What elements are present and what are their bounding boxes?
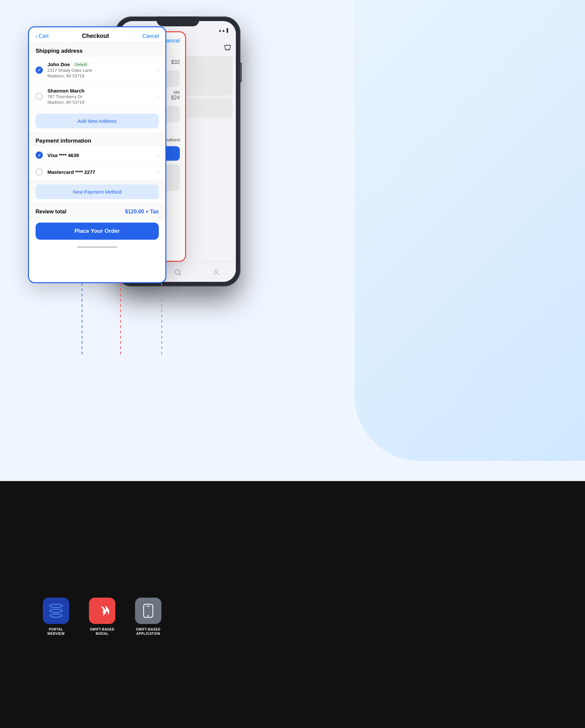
card-1-label: Visa **** 4639 bbox=[47, 152, 157, 158]
address-2-line2: Madison, WI 53719 bbox=[47, 100, 157, 105]
address-item-2[interactable]: Shannon March 787 Thornberry Dr Madison,… bbox=[29, 83, 166, 110]
new-payment-method-button[interactable]: New Payment Method bbox=[35, 184, 159, 199]
swift-modal-icon-wrapper: SWIFT-BASED MODAL bbox=[89, 598, 115, 636]
dotted-line-blue bbox=[82, 283, 82, 356]
shipping-section: Shipping address ✓ John Doe Default 2317… bbox=[29, 43, 166, 128]
review-total-section: Review total $120.00 + Tax bbox=[29, 203, 166, 220]
portal-webview-icon-wrapper: PORTAL WEBVIEW bbox=[43, 598, 69, 636]
default-badge: Default bbox=[73, 62, 89, 67]
payment-card-1[interactable]: ✓ Visa **** 4639 › bbox=[29, 147, 166, 164]
phone-notch bbox=[156, 17, 199, 26]
add-address-button[interactable]: Add New Address bbox=[35, 113, 159, 128]
dotted-line-red bbox=[120, 283, 121, 356]
checkout-cancel-button[interactable]: Cancel bbox=[142, 33, 159, 39]
swift-app-icon-wrapper: SWIFT-BASED APPLICATION bbox=[135, 598, 161, 636]
checkout-modal: ‹ Cart Checkout Cancel Shipping address … bbox=[28, 26, 166, 283]
place-order-button[interactable]: Place Your Order bbox=[35, 223, 159, 240]
svg-point-0 bbox=[226, 49, 227, 51]
portal-disk-2 bbox=[49, 609, 62, 613]
address-1-line2: Madison, WI 53719 bbox=[47, 73, 157, 78]
basket-icon bbox=[223, 42, 233, 52]
svg-point-2 bbox=[175, 270, 180, 274]
swift-modal-label: SWIFT-BASED MODAL bbox=[90, 627, 114, 636]
phone-side-button bbox=[240, 62, 242, 82]
address-2-info: Shannon March 787 Thornberry Dr Madison,… bbox=[47, 88, 157, 105]
address-item-1[interactable]: ✓ John Doe Default 2317 Shady Oaks Lane … bbox=[29, 57, 166, 83]
card-2-chevron-icon: › bbox=[157, 169, 159, 175]
card-1-info: Visa **** 4639 bbox=[47, 152, 157, 158]
portal-disk-1 bbox=[49, 604, 62, 608]
status-icons: ▲▲ ▌ bbox=[218, 28, 229, 32]
svg-point-7 bbox=[148, 615, 149, 617]
search-tab-icon bbox=[174, 268, 182, 276]
address-2-line1: 787 Thornberry Dr bbox=[47, 94, 157, 99]
checkmark-icon: ✓ bbox=[37, 68, 41, 73]
battery-icon: ▌ bbox=[227, 28, 229, 32]
review-total-label: Review total bbox=[35, 209, 66, 215]
address-1-chevron-icon: › bbox=[157, 67, 159, 73]
card-1-radio[interactable]: ✓ bbox=[35, 152, 43, 159]
address-1-line1: 2317 Shady Oaks Lane bbox=[47, 68, 157, 73]
portal-stack-icon bbox=[49, 604, 62, 618]
wifi-icon: ▲▲ bbox=[218, 28, 225, 32]
card-1-check-icon: ✓ bbox=[37, 153, 41, 158]
background-gradient bbox=[354, 0, 585, 461]
shipping-header: Shipping address bbox=[29, 43, 166, 57]
svg-line-3 bbox=[179, 274, 181, 275]
address-2-radio[interactable] bbox=[35, 93, 43, 100]
app-icons-row: PORTAL WEBVIEW SWIFT-BASED MODAL SWIFT-B… bbox=[43, 598, 161, 636]
swift-bird-icon bbox=[95, 603, 109, 618]
card-1-chevron-icon: › bbox=[157, 152, 159, 158]
portal-disk-3 bbox=[49, 614, 62, 618]
payment-card-2[interactable]: Mastercard **** 2277 › bbox=[29, 164, 166, 180]
chevron-left-icon: ‹ bbox=[35, 33, 37, 39]
card-2-label: Mastercard **** 2277 bbox=[47, 169, 157, 175]
home-indicator bbox=[77, 246, 117, 248]
person-tab-icon bbox=[212, 268, 220, 276]
swift-app-label: SWIFT-BASED APPLICATION bbox=[136, 627, 160, 636]
portal-webview-label: PORTAL WEBVIEW bbox=[47, 627, 65, 636]
svg-point-1 bbox=[228, 49, 230, 51]
payment-section: Payment information ✓ Visa **** 4639 › M… bbox=[29, 132, 166, 199]
address-2-chevron-icon: › bbox=[157, 94, 159, 99]
checkout-title: Checkout bbox=[82, 33, 109, 40]
cart-back-label[interactable]: Cart bbox=[39, 33, 48, 39]
dotted-line-gray bbox=[161, 283, 162, 356]
svg-point-4 bbox=[215, 270, 218, 272]
address-1-radio[interactable]: ✓ bbox=[35, 67, 43, 74]
portal-webview-icon bbox=[43, 598, 69, 624]
address-1-name: John Doe Default bbox=[47, 61, 157, 67]
review-total-price: $120.00 + Tax bbox=[125, 209, 159, 215]
swift-modal-icon bbox=[89, 598, 115, 624]
address-1-info: John Doe Default 2317 Shady Oaks Lane Ma… bbox=[47, 61, 157, 78]
card-2-info: Mastercard **** 2277 bbox=[47, 169, 157, 175]
swift-app-icon bbox=[135, 598, 161, 624]
checkout-nav: ‹ Cart Checkout Cancel bbox=[29, 27, 166, 43]
phone-device-icon bbox=[142, 603, 154, 618]
payment-header: Payment information bbox=[29, 132, 166, 147]
checkout-back-button[interactable]: ‹ Cart bbox=[35, 33, 49, 39]
address-2-name: Shannon March bbox=[47, 88, 157, 94]
card-2-radio[interactable] bbox=[35, 168, 43, 176]
